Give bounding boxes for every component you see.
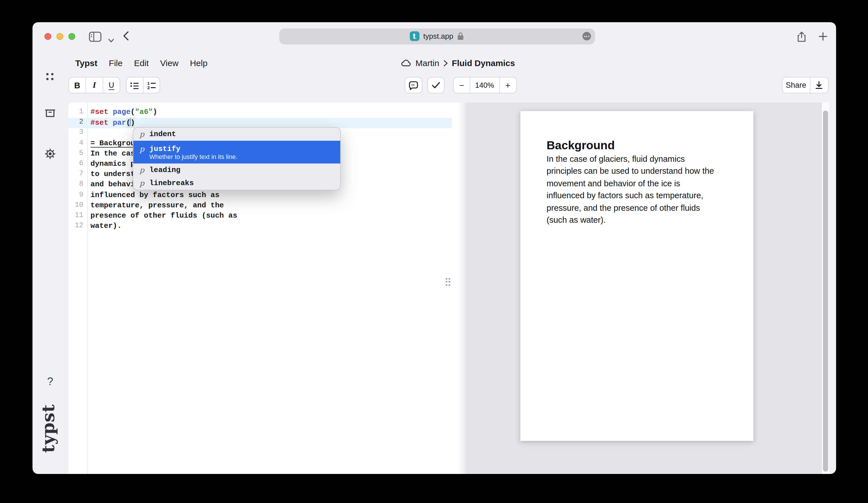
code-line: 11 presence of other fluids (such as — [69, 211, 452, 222]
app-menubar: TypstFileEditViewHelp — [75, 58, 207, 68]
app-grid-menu-button[interactable] — [45, 72, 54, 83]
divider-drag-handle[interactable] — [446, 278, 451, 286]
document-heading: Background — [547, 138, 615, 153]
code-line: 1 #set page("a6") — [69, 108, 452, 118]
menu-item[interactable]: Edit — [134, 58, 149, 68]
bullet-list-icon — [130, 81, 140, 89]
paragraph-line: influenced by factors such as temperatur… — [547, 190, 714, 202]
back-chevron-icon — [122, 31, 129, 41]
line-content: water). — [87, 222, 122, 232]
menu-item[interactable]: Help — [190, 58, 207, 68]
underline-button[interactable]: U — [103, 77, 120, 93]
settings-button[interactable] — [44, 148, 55, 161]
traffic-light-zoom-button[interactable] — [68, 33, 75, 40]
parameter-prefix: p — [139, 166, 145, 174]
breadcrumb-workspace[interactable]: Martin — [415, 58, 439, 68]
menu-item[interactable]: View — [160, 58, 179, 68]
svg-text:2: 2 — [147, 85, 149, 89]
line-content: #set page("a6") — [87, 108, 157, 118]
cloud-icon — [401, 59, 412, 67]
numbered-list-icon: 1 2 — [147, 81, 156, 89]
share-button[interactable]: Share — [782, 77, 809, 93]
autocomplete-item[interactable]: p justify Whether to justify text in its… — [133, 141, 340, 164]
download-icon — [815, 81, 823, 90]
line-number: 10 — [69, 201, 87, 211]
autocomplete-label: linebreaks — [149, 179, 194, 187]
grid-dots-icon — [45, 72, 54, 81]
paragraph-line: pressure, and the presence of other flui… — [547, 202, 714, 214]
lock-icon — [457, 32, 464, 40]
line-number: 3 — [69, 128, 87, 139]
document-page: Background In the case of glaciers, flui… — [520, 111, 753, 441]
desktop-background: t typst.app — [0, 0, 868, 503]
code-line: 10 temperature, pressure, and the — [69, 201, 452, 211]
comments-button[interactable] — [405, 77, 422, 93]
share-page-button[interactable] — [796, 31, 806, 44]
line-number: 8 — [69, 180, 87, 190]
line-content: presence of other fluids (such as — [87, 211, 237, 222]
paragraph-line: movement and behavior of the ice is — [547, 178, 714, 190]
back-button[interactable] — [122, 31, 129, 43]
paragraph-line: In the case of glaciers, fluid dynamics — [547, 153, 714, 166]
parameter-prefix: p — [139, 130, 145, 138]
bullet-list-button[interactable] — [126, 77, 143, 93]
gear-icon — [44, 148, 55, 159]
autocomplete-item[interactable]: p linebreaks — [133, 177, 340, 190]
plus-icon — [818, 32, 827, 41]
line-number: 9 — [69, 190, 87, 201]
line-number: 11 — [69, 211, 87, 222]
line-content: influenced by factors such as — [87, 190, 220, 201]
share-button-group: Share — [782, 77, 828, 93]
code-line: 12 water). — [69, 222, 452, 232]
autocomplete-label: leading — [149, 166, 180, 174]
typst-logo: typst — [38, 407, 58, 453]
checkmark-icon — [432, 82, 441, 89]
help-button[interactable]: ? — [45, 375, 55, 388]
traffic-light-minimize-button[interactable] — [56, 33, 63, 40]
menu-item[interactable]: File — [109, 58, 123, 68]
line-content — [87, 128, 91, 139]
parameter-prefix: p — [139, 179, 145, 187]
zoom-out-button[interactable]: − — [454, 77, 469, 93]
share-up-arrow-icon — [796, 31, 806, 42]
italic-button[interactable]: I — [85, 77, 103, 93]
line-number: 6 — [69, 159, 87, 170]
autocomplete-label: justify — [149, 144, 180, 153]
sidebar-icon — [88, 31, 102, 42]
comment-bubble-icon — [409, 81, 418, 90]
line-number: 12 — [69, 222, 87, 232]
page-settings-button[interactable] — [582, 32, 591, 40]
line-number: 1 — [69, 108, 87, 118]
autocomplete-item[interactable]: p leading — [133, 164, 340, 177]
zoom-level-value[interactable]: 140% — [469, 77, 499, 93]
autocomplete-item[interactable]: p indent — [133, 128, 340, 141]
sidebar-chevron-down-icon[interactable] — [108, 34, 114, 45]
new-tab-button[interactable] — [818, 32, 827, 43]
safari-window: t typst.app — [32, 22, 836, 474]
bold-button[interactable]: B — [69, 77, 85, 93]
numbered-list-button[interactable]: 1 2 — [143, 77, 159, 93]
list-button-group: 1 2 — [126, 77, 160, 93]
traffic-light-close-button[interactable] — [44, 33, 51, 40]
zoom-in-button[interactable]: + — [499, 77, 516, 93]
breadcrumb: Martin Fluid Dynamics — [401, 58, 515, 68]
autocomplete-popup: p indent p justify Whether to justify te… — [133, 127, 341, 190]
preview-scrollbar-thumb[interactable] — [823, 111, 828, 472]
typst-favicon: t — [410, 31, 419, 41]
files-panel-button[interactable] — [44, 108, 55, 121]
pane-resize-divider[interactable] — [452, 103, 465, 474]
approve-check-button[interactable] — [427, 77, 445, 93]
zoom-control-group: − 140% + — [453, 77, 517, 93]
sidebar-toggle-button[interactable] — [88, 31, 102, 44]
download-button[interactable] — [809, 77, 828, 93]
paragraph-line: (such as water). — [547, 214, 714, 227]
autocomplete-label: indent — [149, 130, 176, 138]
menu-item[interactable]: Typst — [75, 58, 97, 68]
line-number: 5 — [69, 149, 87, 159]
url-text: typst.app — [423, 32, 453, 40]
line-content: temperature, pressure, and the — [87, 201, 224, 211]
chevron-right-icon — [443, 60, 448, 66]
autocomplete-description: Whether to justify text in its line. — [149, 153, 340, 160]
line-number: 7 — [69, 170, 87, 180]
address-bar[interactable]: t typst.app — [279, 28, 595, 44]
